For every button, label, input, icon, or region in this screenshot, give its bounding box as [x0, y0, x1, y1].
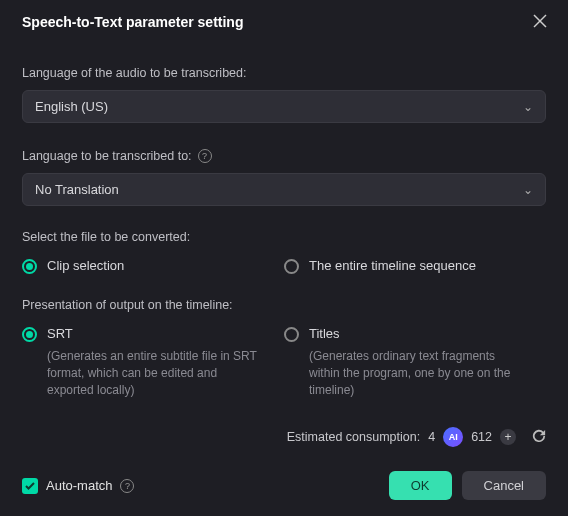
dialog-footer: Auto-match ? OK Cancel — [0, 461, 568, 516]
audio-language-select[interactable]: English (US) ⌄ — [22, 90, 546, 123]
button-row: OK Cancel — [389, 471, 546, 500]
radio-timeline-label: The entire timeline sequence — [309, 258, 476, 273]
target-language-label-text: Language to be transcribed to: — [22, 149, 192, 163]
file-select-section: Select the file to be converted: Clip se… — [22, 230, 546, 274]
auto-match-label: Auto-match — [46, 478, 112, 493]
help-icon[interactable]: ? — [198, 149, 212, 163]
file-select-label: Select the file to be converted: — [22, 230, 546, 244]
target-language-field: Language to be transcribed to: ? No Tran… — [22, 149, 546, 206]
output-section: Presentation of output on the timeline: … — [22, 298, 546, 398]
auto-match-checkbox[interactable] — [22, 478, 38, 494]
target-language-value: No Translation — [35, 182, 119, 197]
estimate-row: Estimated consumption: 4 AI 612 + — [0, 427, 568, 447]
target-language-select[interactable]: No Translation ⌄ — [22, 173, 546, 206]
close-icon — [533, 14, 547, 28]
radio-icon — [22, 327, 37, 342]
credits-value: 612 — [471, 430, 492, 444]
refresh-button[interactable] — [532, 429, 546, 446]
radio-titles-label: Titles — [309, 326, 340, 341]
close-button[interactable] — [528, 10, 552, 34]
output-radios: SRT (Generates an entire subtitle file i… — [22, 326, 546, 398]
ai-badge-icon: AI — [443, 427, 463, 447]
dialog-content: Language of the audio to be transcribed:… — [0, 42, 568, 427]
radio-titles[interactable]: Titles — [284, 326, 546, 342]
ok-button[interactable]: OK — [389, 471, 452, 500]
refresh-icon — [532, 429, 546, 443]
help-icon[interactable]: ? — [120, 479, 134, 493]
radio-srt-desc: (Generates an entire subtitle file in SR… — [47, 348, 267, 398]
file-select-radios: Clip selection The entire timeline seque… — [22, 258, 546, 274]
radio-srt-label: SRT — [47, 326, 73, 341]
chevron-down-icon: ⌄ — [523, 100, 533, 114]
chevron-down-icon: ⌄ — [523, 183, 533, 197]
audio-language-label: Language of the audio to be transcribed: — [22, 66, 546, 80]
output-label: Presentation of output on the timeline: — [22, 298, 546, 312]
auto-match-row: Auto-match ? — [22, 478, 134, 494]
radio-icon — [22, 259, 37, 274]
radio-icon — [284, 327, 299, 342]
stt-settings-dialog: Speech-to-Text parameter setting Languag… — [0, 0, 568, 516]
add-credits-button[interactable]: + — [500, 429, 516, 445]
target-language-label: Language to be transcribed to: ? — [22, 149, 546, 163]
estimate-label: Estimated consumption: — [287, 430, 420, 444]
radio-icon — [284, 259, 299, 274]
audio-language-field: Language of the audio to be transcribed:… — [22, 66, 546, 123]
check-icon — [25, 481, 35, 491]
radio-clip-selection[interactable]: Clip selection — [22, 258, 284, 274]
estimate-value: 4 — [428, 430, 435, 444]
dialog-header: Speech-to-Text parameter setting — [0, 0, 568, 42]
radio-entire-timeline[interactable]: The entire timeline sequence — [284, 258, 546, 274]
radio-srt[interactable]: SRT — [22, 326, 284, 342]
cancel-button[interactable]: Cancel — [462, 471, 546, 500]
dialog-title: Speech-to-Text parameter setting — [22, 14, 243, 30]
audio-language-value: English (US) — [35, 99, 108, 114]
radio-clip-label: Clip selection — [47, 258, 124, 273]
radio-titles-desc: (Generates ordinary text fragments withi… — [309, 348, 529, 398]
